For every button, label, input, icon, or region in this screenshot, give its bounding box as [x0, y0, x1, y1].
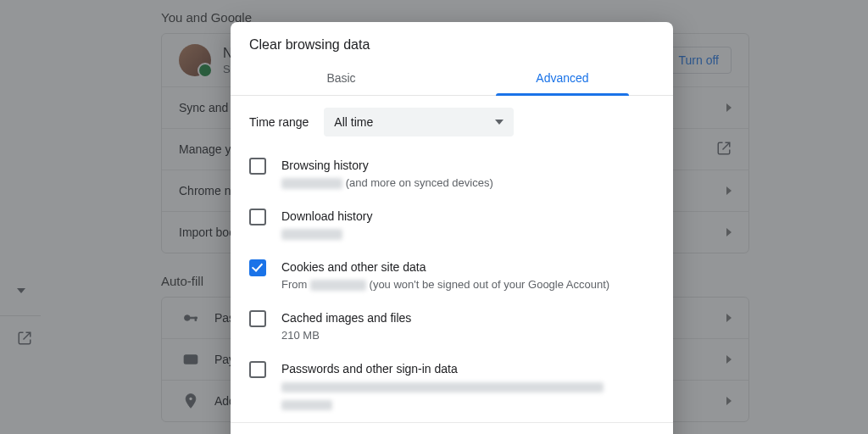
option-subtitle: 210 MB [281, 327, 654, 343]
option-cookies[interactable]: Cookies and other site data From (you wo… [249, 250, 654, 301]
option-subtitle [281, 225, 654, 242]
time-range-value: All time [334, 115, 373, 129]
tab-advanced[interactable]: Advanced [452, 63, 673, 95]
option-download-history[interactable]: Download history [249, 199, 654, 250]
time-range-label: Time range [249, 115, 309, 129]
option-subtitle: From (you won't be signed out of your Go… [281, 276, 654, 292]
option-title: Download history [281, 208, 654, 225]
option-title: Cookies and other site data [281, 259, 654, 275]
option-subtitle [281, 378, 654, 410]
checkbox-cookies[interactable] [249, 259, 266, 276]
time-range-select[interactable]: All time [324, 108, 514, 136]
option-subtitle: (and more on synced devices) [281, 175, 654, 191]
dialog-title: Clear browsing data [231, 22, 673, 63]
option-title: Passwords and other sign-in data [281, 360, 654, 377]
tab-basic[interactable]: Basic [231, 63, 452, 95]
checkbox-passwords[interactable] [249, 361, 266, 378]
clear-browsing-data-dialog: Clear browsing data Basic Advanced Time … [231, 22, 673, 434]
checkbox-cache[interactable] [249, 310, 266, 327]
redacted-text [310, 280, 366, 291]
redacted-text [281, 178, 342, 189]
option-passwords[interactable]: Passwords and other sign-in data [249, 352, 654, 419]
redacted-text [281, 400, 332, 410]
checkbox-browsing-history[interactable] [249, 158, 266, 175]
dialog-tabs: Basic Advanced [231, 63, 673, 96]
option-cache[interactable]: Cached images and files 210 MB [249, 301, 654, 352]
redacted-text [281, 229, 342, 240]
dialog-body: Time range All time Browsing history (an… [231, 96, 673, 422]
option-browsing-history[interactable]: Browsing history (and more on synced dev… [249, 148, 654, 199]
dropdown-caret-icon [495, 120, 504, 125]
dialog-footer: Cancel Clear data [231, 422, 673, 434]
redacted-text [281, 382, 604, 392]
option-title: Cached images and files [281, 309, 654, 326]
option-title: Browsing history [281, 157, 654, 174]
checkbox-download-history[interactable] [249, 209, 266, 225]
